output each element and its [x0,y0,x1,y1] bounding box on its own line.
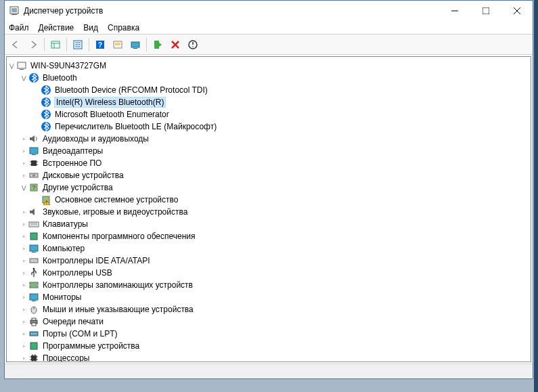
toolbar-btn-5[interactable] [110,37,126,53]
menu-file[interactable]: Файл [9,23,29,32]
forward-button[interactable] [25,37,41,53]
show-hidden-button[interactable] [47,37,64,53]
tree-keyboards[interactable]: ›Клавиатуры [7,218,531,230]
back-button[interactable] [7,37,24,53]
tree-computer[interactable]: ›Компьютер [7,242,531,255]
update-button[interactable] [150,37,166,53]
twisty-icon[interactable]: › [19,319,28,325]
bluetooth-icon [28,72,39,83]
svg-rect-26 [20,69,24,70]
tree-firmware[interactable]: › Встроенное ПО [7,157,531,169]
svg-point-64 [33,333,35,334]
tree-disk[interactable]: › Дисковые устройства [7,169,531,181]
tree-bluetooth[interactable]: ⋁ Bluetooth [7,72,531,84]
close-button[interactable] [501,1,533,21]
software-icon [28,341,39,351]
twisty-icon[interactable]: › [19,246,28,252]
monitor-icon [28,292,39,303]
menu-action[interactable]: Действие [39,23,74,32]
twisty-icon[interactable]: › [19,355,28,362]
tree-bt-device-2[interactable]: Microsoft Bluetooth Enumerator [7,108,531,121]
svg-point-63 [31,333,32,334]
toolbar: ? [5,35,533,55]
svg-rect-1 [12,14,17,15]
display-icon [28,146,39,156]
tree-storage[interactable]: ›Контроллеры запоминающих устройств [7,279,531,291]
svg-rect-60 [32,318,36,320]
window-title: Диспетчер устройств [24,6,439,16]
app-icon [9,5,20,16]
menu-view[interactable]: Вид [83,23,98,32]
twisty-icon[interactable]: › [19,173,28,179]
svg-rect-17 [115,43,120,45]
twisty-icon[interactable]: › [19,282,28,288]
chip-icon [28,158,39,169]
maximize-button[interactable] [470,1,501,21]
twisty-icon[interactable]: › [19,221,28,227]
twisty-icon[interactable]: › [19,307,28,313]
help-button[interactable]: ? [92,37,108,53]
twisty-icon[interactable]: › [19,160,28,167]
tree-usb[interactable]: ›Контроллеры USB [7,267,531,279]
device-manager-window: Диспетчер устройств Файл Действие Вид Сп… [4,0,533,379]
uninstall-button[interactable] [167,37,183,53]
svg-rect-61 [32,323,36,326]
audio-icon [28,133,39,144]
twisty-icon[interactable]: › [19,136,28,142]
titlebar: Диспетчер устройств [5,1,533,21]
svg-rect-2 [12,8,17,12]
twisty-icon[interactable]: › [19,295,28,301]
tree-cpu[interactable]: ›Процессоры [7,352,531,362]
svg-point-65 [35,333,37,334]
twisty-icon[interactable]: › [19,343,28,349]
tree-ports[interactable]: ›Порты (COM и LPT) [7,328,531,340]
tree-bt-device-0[interactable]: Bluetooth Device (RFCOMM Protocol TDI) [7,84,531,96]
bluetooth-icon [41,85,51,95]
twisty-icon[interactable]: ⋁ [7,63,16,69]
tree-software[interactable]: ›Компоненты программного обеспечения [7,230,531,242]
disable-button[interactable] [185,37,201,53]
device-tree[interactable]: ⋁ WIN-S9UN43727GM ⋁ Bluetooth Bluetooth … [6,56,531,362]
tree-root[interactable]: ⋁ WIN-S9UN43727GM [7,60,531,72]
tree-monitors[interactable]: ›Мониторы [7,291,531,303]
twisty-icon[interactable]: › [19,148,28,154]
cpu-icon [28,353,39,362]
keyboard-icon [28,219,39,230]
tree-other-item-0[interactable]: ! Основное системное устройство [7,194,531,206]
svg-text:!: ! [46,200,47,205]
svg-rect-56 [32,301,36,301]
port-icon [28,328,39,339]
menu-help[interactable]: Справка [108,23,139,32]
tree-bt-device-3[interactable]: Перечислитель Bluetooth LE (Майкрософт) [7,121,531,133]
svg-rect-32 [30,148,38,154]
properties-button[interactable] [70,37,86,53]
minimize-button[interactable] [439,1,470,21]
twisty-icon[interactable]: › [19,270,28,276]
twisty-icon[interactable]: › [19,234,28,240]
tree-audio[interactable]: › Аудиовходы и аудиовыходы [7,133,531,145]
twisty-icon[interactable]: › [19,209,28,215]
tree-video[interactable]: › Видеоадаптеры [7,145,531,157]
tree-sound[interactable]: ›Звуковые, игровые и видеоустройства [7,206,531,218]
svg-rect-54 [30,286,38,288]
svg-rect-20 [154,41,159,49]
audio-icon [28,206,39,217]
svg-rect-66 [30,343,37,349]
statusbar [5,364,533,378]
scan-button[interactable] [127,37,143,53]
twisty-icon[interactable]: › [19,258,28,264]
tree-other-devices[interactable]: ⋁ ? Другие устройства [7,181,531,194]
printer-icon [28,316,39,327]
mouse-icon [28,304,39,315]
tree-bt-device-1[interactable]: Intel(R) Wireless Bluetooth(R) [7,96,531,108]
twisty-icon[interactable]: ⋁ [19,185,28,191]
svg-rect-34 [31,160,37,166]
tree-swdevices[interactable]: ›Программные устройства [7,340,531,352]
tree-ide[interactable]: ›Контроллеры IDE ATA/ATAPI [7,255,531,267]
svg-rect-19 [133,48,137,49]
svg-rect-51 [30,259,38,263]
twisty-icon[interactable]: ⋁ [19,75,28,81]
tree-printqueue[interactable]: ›Очереди печати [7,315,531,328]
twisty-icon[interactable]: › [19,331,28,337]
tree-mice[interactable]: ›Мыши и иные указывающие устройства [7,303,531,315]
